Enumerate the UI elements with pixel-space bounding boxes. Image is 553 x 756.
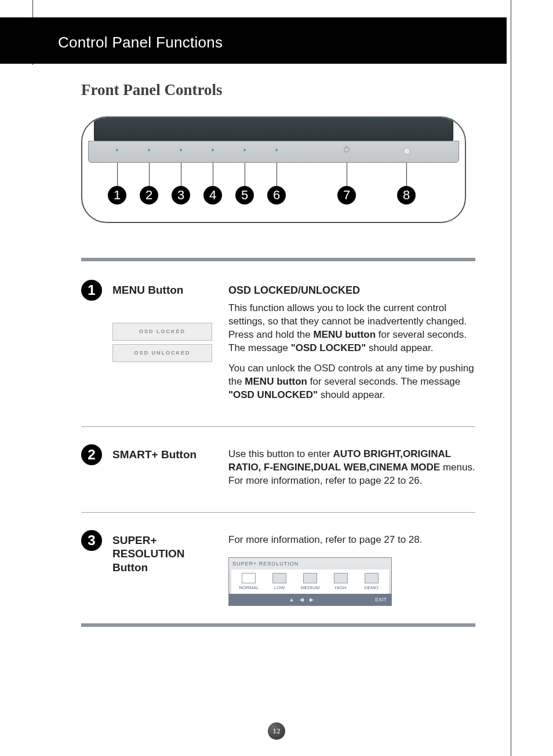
indicator-led xyxy=(403,148,410,155)
header-title: Control Panel Functions xyxy=(0,17,507,52)
item-number: 1 xyxy=(81,280,102,301)
item-label-line: RESOLUTION xyxy=(112,547,228,561)
callout-number: 6 xyxy=(267,186,286,204)
divider-thick xyxy=(81,258,475,261)
callout-number: 4 xyxy=(203,186,222,204)
item-paragraph: For more information, refer to page 27 t… xyxy=(228,534,475,547)
page-number-badge: 12 xyxy=(268,722,285,740)
item-label: MENU Button xyxy=(112,283,228,297)
divider-thin xyxy=(81,426,475,427)
item-label: SMART+ Button xyxy=(112,448,228,462)
callout-line xyxy=(213,163,213,188)
item-number: 2 xyxy=(81,444,102,465)
sr-option-high: HIGH xyxy=(325,573,356,591)
panel-touch-led xyxy=(180,149,182,151)
item-number: 3 xyxy=(81,530,102,551)
callout-line xyxy=(406,163,407,188)
panel-touch-led xyxy=(243,149,246,151)
panel-touch-led xyxy=(275,149,278,151)
item-paragraph: Use this button to enter AUTO BRIGHT,ORI… xyxy=(228,448,475,488)
callout-number: 8 xyxy=(397,186,416,204)
panel-touch-led xyxy=(116,149,118,151)
callout-number: 2 xyxy=(140,186,158,204)
callout-number: 1 xyxy=(108,186,126,204)
osd-unlocked-badge: OSD UNLOCKED xyxy=(112,344,212,362)
item-label-line: SUPER+ xyxy=(112,534,228,547)
callout-line xyxy=(181,163,181,188)
sr-exit-label: EXIT xyxy=(375,596,387,603)
callout-line xyxy=(117,163,118,188)
sr-option-normal: NORMAL xyxy=(234,573,264,591)
item-paragraph: You can unlock the OSD controls at any t… xyxy=(228,362,475,402)
super-resolution-osd-panel: SUPER+ RESOLUTION NORMAL LOW MEDIUM HIGH… xyxy=(228,557,392,606)
up-arrow-icon: ▲ xyxy=(289,596,294,603)
power-icon xyxy=(343,146,350,155)
section-title: Front Panel Controls xyxy=(81,81,475,99)
panel-touch-led xyxy=(212,149,214,151)
right-crop-mark xyxy=(511,0,511,756)
item-paragraph: This function allows you to lock the cur… xyxy=(228,302,475,355)
callout-number: 3 xyxy=(172,186,190,204)
callout-number: 5 xyxy=(235,186,254,204)
callout-line xyxy=(245,163,245,188)
front-panel-diagram: 1 2 3 4 5 6 7 8 xyxy=(81,116,466,223)
item-row-menu: 1 MENU Button OSD LOCKED OSD UNLOCKED OS… xyxy=(81,280,475,409)
callout-line xyxy=(276,163,277,188)
sr-option-medium: MEDIUM xyxy=(295,573,326,591)
item-row-super-resolution: 3 SUPER+ RESOLUTION Button For more info… xyxy=(81,530,475,606)
item-row-smart: 2 SMART+ Button Use this button to enter… xyxy=(81,444,475,495)
callout-line xyxy=(149,163,150,188)
sr-option-low: LOW xyxy=(264,573,295,591)
osd-locked-badge: OSD LOCKED xyxy=(112,323,212,341)
item-sub-heading: OSD LOCKED/UNLOCKED xyxy=(228,283,475,297)
divider-thin xyxy=(81,512,475,513)
divider-thick xyxy=(81,623,475,627)
left-arrow-icon: ◀ xyxy=(300,596,304,603)
sr-option-demo: DEMO xyxy=(356,573,387,591)
callout-number: 7 xyxy=(337,186,356,204)
panel-touch-led xyxy=(148,149,150,151)
right-arrow-icon: ▶ xyxy=(310,596,314,603)
item-label-line: Button xyxy=(112,561,228,575)
monitor-screen xyxy=(94,118,453,141)
header-band: Control Panel Functions xyxy=(0,17,507,64)
callout-line xyxy=(347,163,347,188)
sr-panel-title: SUPER+ RESOLUTION xyxy=(229,558,391,569)
